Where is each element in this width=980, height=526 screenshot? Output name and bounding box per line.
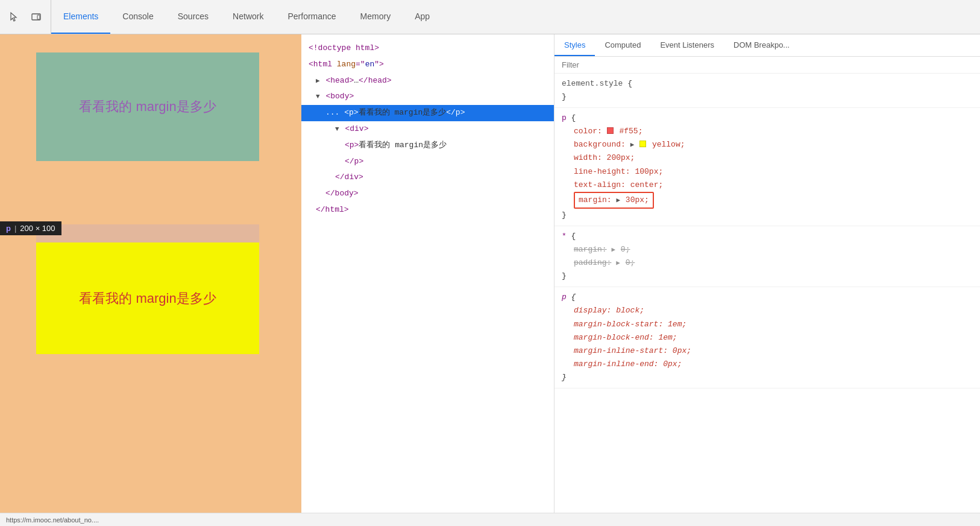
p-background-value: yellow; (652, 140, 685, 149)
p-ua-marginblockend-prop: margin-block-end: (574, 333, 658, 342)
head-ellipsis: … (354, 76, 359, 85)
head-triangle[interactable]: ▶ (316, 77, 320, 84)
p-width-value: 200px; (607, 153, 635, 162)
panel-tab-dom-breakpoints[interactable]: DOM Breakpo... (724, 34, 799, 56)
p-ua-margininlineend-value: 0px; (663, 360, 682, 369)
dom-line-div[interactable]: ▼ <div> (301, 121, 554, 138)
head-tag: <head> (325, 76, 354, 85)
element-style-open-brace: { (627, 79, 632, 88)
tab-memory[interactable]: Memory (348, 0, 403, 34)
tooltip-dims: 200 × 100 (20, 224, 55, 233)
p-margin-value: 30px; (626, 195, 649, 204)
p-color-prop: color: (574, 127, 607, 136)
dom-line-doctype[interactable]: <!doctype html> (301, 40, 554, 57)
div-close-tag: </div> (335, 173, 363, 182)
panel-tab-event-listeners[interactable]: Event Listeners (650, 34, 724, 56)
p2-close-tag: </p> (345, 157, 363, 166)
color-swatch-f55[interactable] (607, 127, 614, 134)
tab-app[interactable]: App (403, 0, 442, 34)
p-margin-prop: margin: (579, 195, 616, 204)
styles-panel: Styles Computed Event Listeners DOM Brea… (554, 34, 980, 513)
p-width-prop: width: (574, 153, 607, 162)
dom-line-head[interactable]: ▶ <head>…</head> (301, 73, 554, 89)
star-padding-line: padding: ▶ 0; (574, 258, 635, 267)
p2-text: 看看我的 margin是多少 (359, 141, 447, 150)
p2-open-tag: <p> (345, 141, 359, 150)
main-tab-bar: Elements Console Sources Network Perform… (51, 0, 442, 34)
p-selector: p (562, 113, 571, 122)
doctype-tag: <!doctype html> (309, 43, 379, 52)
dom-line-body-close[interactable]: </body> (301, 186, 554, 202)
p-ua-selector: p (562, 293, 571, 302)
panel-tab-styles[interactable]: Styles (554, 34, 595, 56)
tab-sources[interactable]: Sources (166, 0, 221, 34)
color-swatch-yellow[interactable] (639, 141, 646, 147)
dom-line-html[interactable]: <html lang="en"> (301, 57, 554, 73)
p-open-tag: <p> (344, 108, 358, 117)
dom-tree[interactable]: <!doctype html> <html lang="en"> ▶ <head… (301, 34, 554, 513)
star-padding-value: 0; (626, 258, 635, 267)
panel-tab-computed[interactable]: Computed (595, 34, 650, 56)
tooltip-tag: p (6, 224, 11, 233)
dom-line-div-close[interactable]: </div> (301, 170, 554, 186)
lang-attr: lang (337, 60, 356, 69)
p-ua-open-brace: { (571, 293, 576, 302)
star-margin-arrow: ▶ (611, 244, 615, 256)
html-close-tag: </html> (316, 205, 349, 214)
toolbar-icon-group (0, 0, 51, 34)
filter-input[interactable] (562, 60, 973, 69)
p-ua-display-value: block; (616, 306, 644, 315)
css-block-element-style: element.style { } (554, 74, 980, 108)
p-prefix: ... (325, 108, 344, 117)
main-area: 看看我的 margin是多少 p | 200 × 100 看看我的 margin… (0, 34, 980, 513)
star-margin-prop: margin: (574, 245, 607, 254)
p-close-tag: </p> (446, 108, 465, 117)
p-background-prop: background: (574, 140, 630, 149)
dom-line-body[interactable]: ▼ <body> (301, 89, 554, 105)
dom-line-p2-close[interactable]: </p> (301, 154, 554, 170)
element-tooltip: p | 200 × 100 (0, 221, 61, 235)
dom-line-html-close[interactable]: </html> (301, 202, 554, 218)
p-lineheight-prop: line-height: (574, 167, 635, 176)
dom-line-p2[interactable]: <p>看看我的 margin是多少 (301, 138, 554, 154)
p-text: 看看我的 margin是多少 (359, 108, 447, 117)
status-url: https://m.imooc.net/about_no.... (6, 516, 99, 524)
p-ua-margininlinestart-value: 0px; (673, 346, 691, 355)
status-bar: https://m.imooc.net/about_no.... (0, 513, 980, 526)
yellow-box-text: 看看我的 margin是多少 (79, 290, 216, 308)
p-ua-display-prop: display: (574, 306, 616, 315)
star-close-brace: } (562, 271, 567, 280)
margin-highlight-container: margin: ▶ 30px; (574, 192, 654, 209)
p-textalign-value: center; (630, 180, 664, 189)
element-style-selector: element.style (562, 79, 627, 88)
background-arrow[interactable]: ▶ (630, 139, 635, 151)
star-margin-line: margin: ▶ 0; (574, 245, 630, 254)
dom-line-p-selected[interactable]: ... <p>看看我的 margin是多少</p> (301, 105, 554, 121)
tooltip-separator: | (14, 224, 16, 233)
select-element-icon[interactable] (6, 8, 23, 25)
styles-content[interactable]: element.style { } p { color: #f55; backg… (554, 57, 980, 513)
tab-performance[interactable]: Performance (275, 0, 348, 34)
filter-bar (554, 57, 980, 74)
green-box: 看看我的 margin是多少 (36, 52, 259, 161)
p-open-brace: { (571, 113, 576, 122)
device-toolbar-icon[interactable] (28, 8, 45, 25)
green-box-text: 看看我的 margin是多少 (79, 98, 216, 116)
body-triangle[interactable]: ▼ (316, 93, 320, 100)
p-ua-margininlineend-prop: margin-inline-end: (574, 360, 663, 369)
dom-panel: <!doctype html> <html lang="en"> ▶ <head… (301, 34, 554, 513)
tab-console[interactable]: Console (110, 0, 165, 34)
tab-network[interactable]: Network (221, 0, 275, 34)
p-ua-marginblockstart-prop: margin-block-start: (574, 320, 668, 329)
div-triangle[interactable]: ▼ (335, 125, 339, 133)
margin-arrow[interactable]: ▶ (616, 195, 620, 206)
lang-val: en (365, 60, 375, 69)
element-style-close-brace: } (562, 92, 567, 101)
tab-elements[interactable]: Elements (51, 0, 110, 34)
body-close-tag: </body> (325, 189, 359, 198)
star-margin-value: 0; (621, 245, 630, 254)
star-open-brace: { (571, 232, 576, 241)
p-lineheight-value: 100px; (635, 167, 663, 176)
body-tag: <body> (325, 92, 354, 101)
yellow-box: 看看我的 margin是多少 (36, 242, 259, 354)
